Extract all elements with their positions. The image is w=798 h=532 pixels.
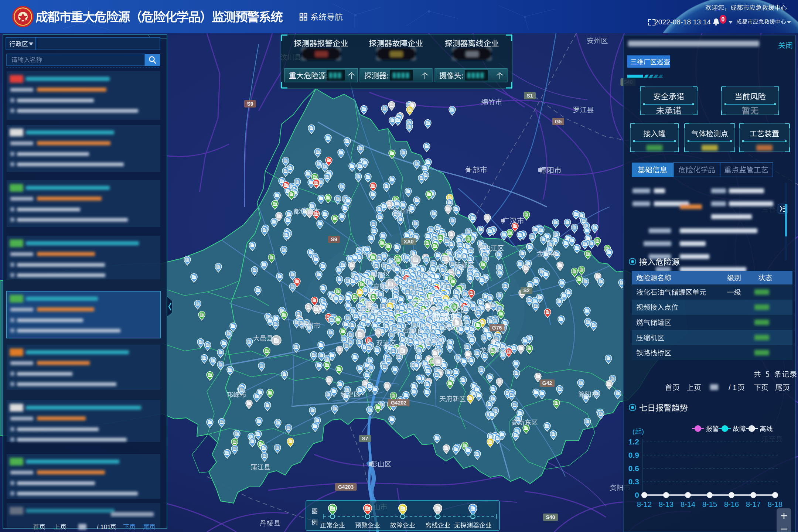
- svg-text:0.3: 0.3: [628, 477, 639, 486]
- svg-text:G4202: G4202: [391, 400, 406, 406]
- svg-text:0.9: 0.9: [628, 451, 639, 459]
- svg-text:/ 1: / 1: [729, 383, 737, 392]
- svg-text:8-16: 8-16: [724, 500, 739, 508]
- svg-text:(: (: [632, 428, 635, 435]
- svg-text:S9: S9: [331, 236, 337, 242]
- svg-text:G76: G76: [492, 325, 502, 331]
- svg-text:8-12: 8-12: [637, 500, 652, 508]
- svg-text:S2: S2: [523, 287, 529, 293]
- svg-text:0: 0: [722, 16, 725, 23]
- svg-text:S1: S1: [526, 93, 533, 99]
- svg-text:G4203: G4203: [338, 484, 354, 490]
- svg-text:S7: S7: [362, 436, 368, 441]
- svg-text:XA0: XA0: [403, 239, 413, 245]
- svg-text:1.2: 1.2: [628, 437, 639, 446]
- svg-text:8-17: 8-17: [746, 500, 761, 508]
- svg-text:G42: G42: [542, 380, 552, 386]
- svg-text:8-15: 8-15: [702, 500, 717, 508]
- svg-text:0: 0: [635, 491, 639, 499]
- svg-text:S40: S40: [546, 514, 555, 520]
- svg-text:S9: S9: [247, 101, 253, 107]
- svg-text:2022-08-18 13:14: 2022-08-18 13:14: [654, 18, 711, 26]
- svg-text:8-18: 8-18: [768, 500, 782, 508]
- svg-text:/ 101: / 101: [97, 524, 111, 531]
- svg-text:8-14: 8-14: [681, 500, 695, 508]
- svg-text:): ): [642, 428, 644, 435]
- svg-text:8-13: 8-13: [659, 500, 673, 508]
- svg-text:0.6: 0.6: [628, 464, 639, 473]
- svg-text:G5: G5: [555, 119, 562, 125]
